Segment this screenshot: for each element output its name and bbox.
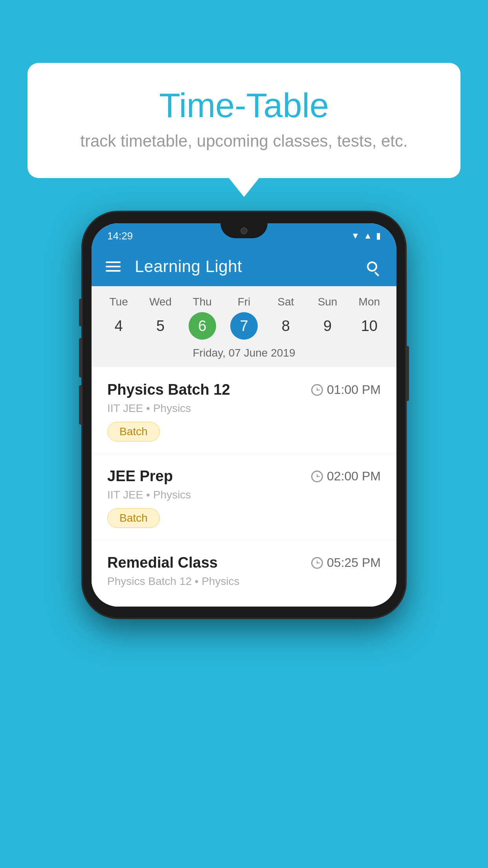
clock-icon-3 — [311, 557, 323, 569]
day-number-tue: 4 — [105, 312, 132, 340]
volume-down-button — [79, 338, 82, 377]
status-time: 14:29 — [107, 230, 133, 242]
schedule-meta-1: IIT JEE • Physics — [107, 402, 381, 415]
calendar-section: Tue 4 Wed 5 Thu 6 Fri — [92, 286, 396, 367]
day-label-wed: Wed — [149, 296, 172, 308]
calendar-day-tue[interactable]: Tue 4 — [98, 296, 139, 340]
schedule-item-2[interactable]: JEE Prep 02:00 PM IIT JEE • Physics Batc… — [92, 454, 396, 540]
calendar-day-wed[interactable]: Wed 5 — [139, 296, 181, 340]
calendar-day-sat[interactable]: Sat 8 — [265, 296, 306, 340]
tooltip-card: Time-Table track timetable, upcoming cla… — [28, 63, 460, 178]
menu-button[interactable] — [106, 261, 121, 272]
calendar-day-sun[interactable]: Sun 9 — [306, 296, 348, 340]
batch-badge-2: Batch — [107, 508, 160, 528]
schedule-name-1: Physics Batch 12 — [107, 381, 230, 398]
phone-shell: 14:29 ▼ ▲ ▮ Learning Light — [83, 212, 405, 618]
day-label-sun: Sun — [318, 296, 338, 308]
clock-icon-1 — [311, 384, 323, 396]
day-label-thu: Thu — [193, 296, 212, 308]
schedule-time-3: 05:25 PM — [311, 555, 381, 570]
wifi-icon: ▼ — [351, 231, 360, 241]
schedule-time-text-2: 02:00 PM — [327, 469, 381, 484]
day-number-wed: 5 — [147, 312, 174, 340]
tooltip-title: Time-Table — [59, 86, 429, 125]
schedule-time-text-3: 05:25 PM — [327, 555, 381, 570]
signal-icon: ▲ — [363, 231, 372, 241]
phone-device: 14:29 ▼ ▲ ▮ Learning Light — [83, 212, 405, 618]
day-number-sun: 9 — [314, 312, 341, 340]
phone-screen: 14:29 ▼ ▲ ▮ Learning Light — [92, 223, 396, 607]
clock-icon-2 — [311, 471, 323, 482]
days-row: Tue 4 Wed 5 Thu 6 Fri — [92, 286, 396, 343]
battery-icon: ▮ — [376, 231, 381, 241]
day-number-mon: 10 — [356, 312, 383, 340]
schedule-header-1: Physics Batch 12 01:00 PM — [107, 381, 381, 398]
day-label-mon: Mon — [359, 296, 380, 308]
day-number-sat: 8 — [272, 312, 299, 340]
schedule-item-3[interactable]: Remedial Class 05:25 PM Physics Batch 12… — [92, 540, 396, 607]
schedule-list: Physics Batch 12 01:00 PM IIT JEE • Phys… — [92, 367, 396, 607]
day-label-tue: Tue — [110, 296, 128, 308]
schedule-header-3: Remedial Class 05:25 PM — [107, 554, 381, 571]
schedule-meta-3: Physics Batch 12 • Physics — [107, 575, 381, 588]
volume-up-button — [79, 299, 82, 326]
schedule-header-2: JEE Prep 02:00 PM — [107, 468, 381, 485]
day-label-sat: Sat — [277, 296, 294, 308]
status-icons: ▼ ▲ ▮ — [351, 231, 381, 241]
power-button — [406, 346, 409, 401]
tooltip-subtitle: track timetable, upcoming classes, tests… — [59, 132, 429, 151]
calendar-day-mon[interactable]: Mon 10 — [349, 296, 390, 340]
phone-notch — [220, 223, 268, 238]
schedule-item-1[interactable]: Physics Batch 12 01:00 PM IIT JEE • Phys… — [92, 367, 396, 454]
batch-badge-1: Batch — [107, 422, 160, 441]
search-icon — [367, 261, 377, 272]
day-label-fri: Fri — [238, 296, 251, 308]
selected-date-label: Friday, 07 June 2019 — [92, 343, 396, 367]
schedule-time-text-1: 01:00 PM — [327, 383, 381, 397]
schedule-name-3: Remedial Class — [107, 554, 218, 571]
day-number-thu: 6 — [189, 312, 216, 340]
schedule-time-2: 02:00 PM — [311, 469, 381, 484]
day-number-fri: 7 — [230, 312, 258, 340]
schedule-meta-2: IIT JEE • Physics — [107, 489, 381, 501]
front-camera — [240, 227, 248, 234]
calendar-day-fri[interactable]: Fri 7 — [223, 296, 265, 340]
search-button[interactable] — [362, 256, 382, 277]
calendar-day-thu[interactable]: Thu 6 — [182, 296, 223, 340]
app-bar: Learning Light — [92, 247, 396, 286]
app-title: Learning Light — [135, 257, 362, 276]
schedule-name-2: JEE Prep — [107, 468, 173, 485]
camera-button — [79, 385, 82, 425]
schedule-time-1: 01:00 PM — [311, 383, 381, 397]
